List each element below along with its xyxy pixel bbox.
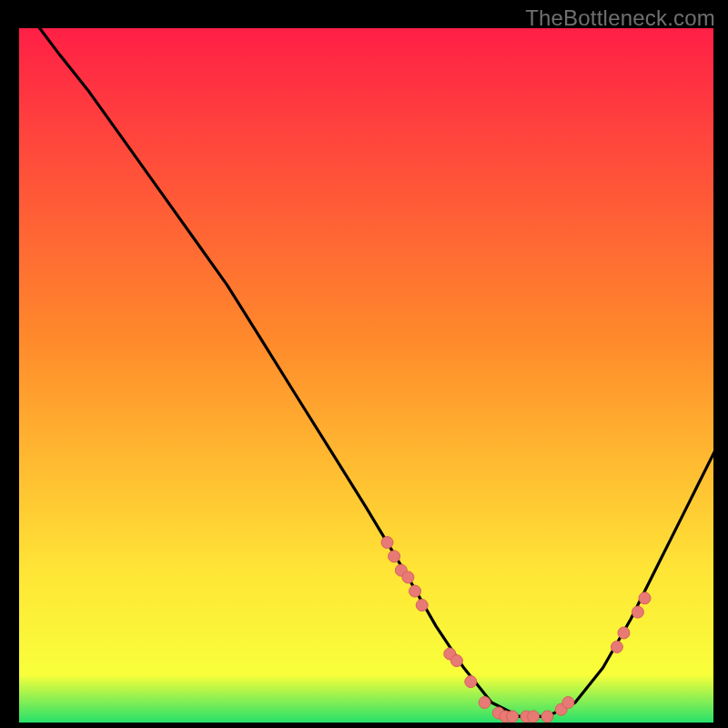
curve-marker <box>465 676 477 688</box>
chart-background <box>18 27 714 723</box>
curve-marker <box>632 606 643 618</box>
curve-marker <box>389 551 400 562</box>
curve-marker <box>410 585 421 597</box>
bottleneck-chart <box>18 27 714 723</box>
curve-marker <box>381 537 393 549</box>
chart-frame <box>18 27 714 723</box>
curve-marker <box>416 600 428 612</box>
curve-marker <box>450 655 462 667</box>
curve-marker <box>479 697 490 709</box>
curve-marker <box>611 641 622 652</box>
curve-marker <box>507 711 519 723</box>
curve-marker <box>639 592 651 604</box>
curve-marker <box>618 627 630 639</box>
curve-marker <box>402 571 414 583</box>
curve-marker <box>541 711 553 723</box>
curve-marker <box>528 711 540 723</box>
curve-marker <box>562 697 574 709</box>
